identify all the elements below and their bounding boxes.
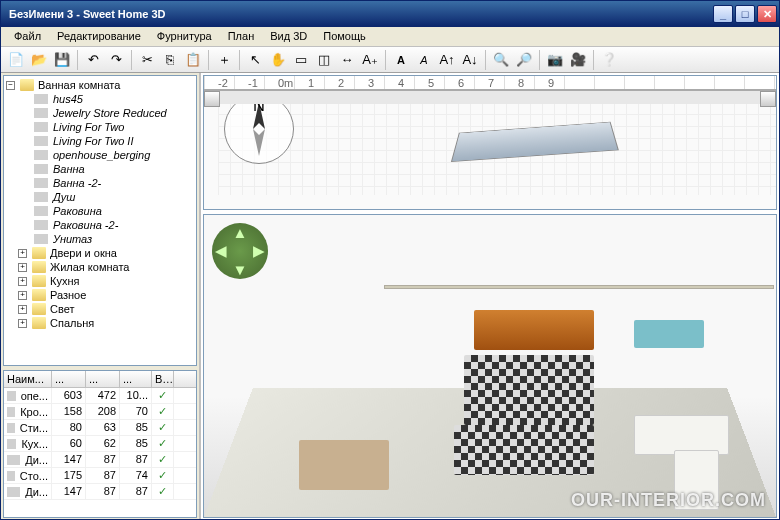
expand-icon[interactable]: + [18, 263, 27, 272]
redo-icon[interactable]: ↷ [105, 49, 127, 71]
tree-item[interactable]: Living For Two [6, 120, 194, 134]
collapse-icon[interactable]: − [6, 81, 15, 90]
open-icon[interactable]: 📂 [28, 49, 50, 71]
row-icon [7, 407, 15, 417]
table-row[interactable]: Кро...15820870✓ [4, 404, 196, 420]
folder-icon [32, 261, 46, 273]
bed [299, 440, 389, 490]
zoom-in-icon[interactable]: 🔍 [490, 49, 512, 71]
right-panel: -2-10m123456789 N ▲ ▼ ◀ ▶ OUR-I [201, 73, 779, 520]
tree-item[interactable]: Унитаз [6, 232, 194, 246]
nav-right-icon[interactable]: ▶ [253, 242, 265, 260]
view-3d[interactable]: ▲ ▼ ◀ ▶ OUR-INTERIOR.COM [203, 214, 777, 518]
furniture-table[interactable]: Наим... ... ... ... В... опе...60347210.… [3, 370, 197, 518]
photo-icon[interactable]: 📷 [544, 49, 566, 71]
save-icon[interactable]: 💾 [51, 49, 73, 71]
table-row[interactable]: Ди...1478787✓ [4, 452, 196, 468]
visible-check[interactable]: ✓ [152, 452, 174, 467]
item-icon [34, 94, 48, 104]
plan-view[interactable]: -2-10m123456789 N [203, 75, 777, 210]
visible-check[interactable]: ✓ [152, 404, 174, 419]
window-title: БезИмени 3 - Sweet Home 3D [3, 8, 166, 20]
expand-icon[interactable]: + [18, 305, 27, 314]
italic-icon[interactable]: A [413, 49, 435, 71]
text-icon[interactable]: A₊ [359, 49, 381, 71]
item-icon [34, 192, 48, 202]
zoom-out-icon[interactable]: 🔎 [513, 49, 535, 71]
table-row[interactable]: Сто...1758774✓ [4, 468, 196, 484]
kitchen-floor [464, 355, 594, 425]
cut-icon[interactable]: ✂ [136, 49, 158, 71]
item-icon [34, 178, 48, 188]
tree-category[interactable]: +Жилая комната [6, 260, 194, 274]
minimize-button[interactable]: _ [713, 5, 733, 23]
tree-category[interactable]: +Двери и окна [6, 246, 194, 260]
compass[interactable]: N [224, 94, 294, 164]
wall-3d [384, 285, 774, 289]
paste-icon[interactable]: 📋 [182, 49, 204, 71]
tree-root[interactable]: −Ванная комната [6, 78, 194, 92]
undo-icon[interactable]: ↶ [82, 49, 104, 71]
new-icon[interactable]: 📄 [5, 49, 27, 71]
content: −Ванная комната hus45Jewelry Store Reduc… [1, 73, 779, 520]
svg-marker-1 [253, 129, 265, 156]
close-button[interactable]: ✕ [757, 5, 777, 23]
video-icon[interactable]: 🎥 [567, 49, 589, 71]
visible-check[interactable]: ✓ [152, 388, 174, 403]
dimension-icon[interactable]: ↔ [336, 49, 358, 71]
table-row[interactable]: Сти...806385✓ [4, 420, 196, 436]
visible-check[interactable]: ✓ [152, 436, 174, 451]
increase-icon[interactable]: A↑ [436, 49, 458, 71]
expand-icon[interactable]: + [18, 277, 27, 286]
titlebar: БезИмени 3 - Sweet Home 3D _ □ ✕ [1, 1, 779, 27]
row-icon [7, 455, 20, 465]
expand-icon[interactable]: + [18, 319, 27, 328]
tree-item[interactable]: Jewelry Store Reduced [6, 106, 194, 120]
nav-up-icon[interactable]: ▲ [233, 224, 248, 241]
tree-item[interactable]: openhouse_berging [6, 148, 194, 162]
tree-item[interactable]: Ванна [6, 162, 194, 176]
folder-icon [32, 247, 46, 259]
table-row[interactable]: Кух...606285✓ [4, 436, 196, 452]
add-furniture-icon[interactable]: ＋ [213, 49, 235, 71]
expand-icon[interactable]: + [18, 249, 27, 258]
item-icon [34, 122, 48, 132]
plan-scrollbar[interactable] [204, 90, 776, 104]
nav-pad: ▲ ▼ ◀ ▶ [212, 223, 268, 279]
menu-file[interactable]: Файл [7, 29, 48, 44]
tree-item[interactable]: Living For Two II [6, 134, 194, 148]
menu-edit[interactable]: Редактирование [50, 29, 148, 44]
tree-item[interactable]: Раковина -2- [6, 218, 194, 232]
pan-icon[interactable]: ✋ [267, 49, 289, 71]
visible-check[interactable]: ✓ [152, 484, 174, 499]
tree-item[interactable]: Раковина [6, 204, 194, 218]
catalog-tree[interactable]: −Ванная комната hus45Jewelry Store Reduc… [3, 75, 197, 366]
decrease-icon[interactable]: A↓ [459, 49, 481, 71]
select-icon[interactable]: ↖ [244, 49, 266, 71]
copy-icon[interactable]: ⎘ [159, 49, 181, 71]
tree-item[interactable]: hus45 [6, 92, 194, 106]
tree-category[interactable]: +Свет [6, 302, 194, 316]
menu-view3d[interactable]: Вид 3D [263, 29, 314, 44]
nav-left-icon[interactable]: ◀ [215, 242, 227, 260]
help-icon[interactable]: ❔ [598, 49, 620, 71]
tree-category[interactable]: +Спальня [6, 316, 194, 330]
menu-plan[interactable]: План [221, 29, 262, 44]
visible-check[interactable]: ✓ [152, 468, 174, 483]
tree-category[interactable]: +Разное [6, 288, 194, 302]
expand-icon[interactable]: + [18, 291, 27, 300]
table-row[interactable]: опе...60347210...✓ [4, 388, 196, 404]
wall-icon[interactable]: ▭ [290, 49, 312, 71]
visible-check[interactable]: ✓ [152, 420, 174, 435]
table-row[interactable]: Ди...1478787✓ [4, 484, 196, 500]
tree-item[interactable]: Душ [6, 190, 194, 204]
bold-icon[interactable]: A [390, 49, 412, 71]
tree-item[interactable]: Ванна -2- [6, 176, 194, 190]
menu-furniture[interactable]: Фурнитура [150, 29, 219, 44]
nav-down-icon[interactable]: ▼ [233, 261, 248, 278]
maximize-button[interactable]: □ [735, 5, 755, 23]
left-panel: −Ванная комната hus45Jewelry Store Reduc… [1, 73, 201, 520]
menu-help[interactable]: Помощь [316, 29, 373, 44]
room-icon[interactable]: ◫ [313, 49, 335, 71]
tree-category[interactable]: +Кухня [6, 274, 194, 288]
